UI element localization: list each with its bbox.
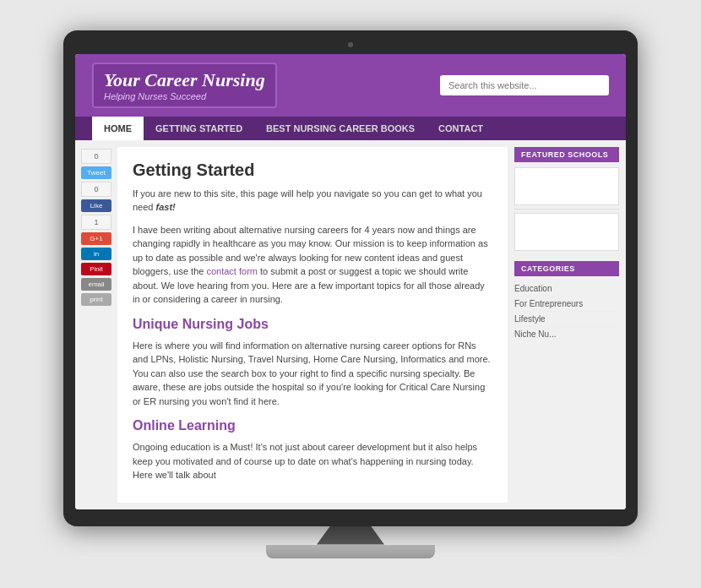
school-box-2 bbox=[514, 213, 619, 251]
nav-books[interactable]: BEST NURSING CAREER BOOKS bbox=[254, 117, 427, 140]
search-input[interactable] bbox=[440, 75, 609, 95]
site-nav: HOME GETTING STARTED BEST NURSING CAREER… bbox=[75, 117, 626, 140]
monitor-screen: Your Career Nursing Helping Nurses Succe… bbox=[75, 54, 626, 509]
featured-schools-title: FEATURED SCHOOLS bbox=[514, 147, 619, 162]
main-content: Getting Started If you are new to this s… bbox=[117, 147, 508, 503]
logo-subtitle: Helping Nurses Succeed bbox=[104, 91, 265, 101]
linkedin-button[interactable]: in bbox=[81, 248, 111, 260]
intro-paragraph-2: I have been writing about alternative nu… bbox=[133, 223, 492, 307]
monitor-camera bbox=[348, 42, 353, 47]
featured-schools-section: FEATURED SCHOOLS bbox=[514, 147, 619, 251]
logo-box: Your Career Nursing Helping Nurses Succe… bbox=[92, 63, 277, 108]
school-box-1 bbox=[514, 167, 619, 205]
section2-text: Ongoing education is a Must! It's not ju… bbox=[133, 440, 492, 482]
logo-title: Your Career Nursing bbox=[104, 69, 265, 91]
nav-home[interactable]: HOME bbox=[92, 117, 144, 140]
scene: Your Career Nursing Helping Nurses Succe… bbox=[55, 30, 646, 558]
cat-entrepreneurs[interactable]: For Entrepreneurs bbox=[514, 297, 619, 312]
intro-fast: fast! bbox=[156, 202, 176, 212]
website: Your Career Nursing Helping Nurses Succe… bbox=[75, 54, 626, 509]
pinterest-button[interactable]: Pinit bbox=[81, 263, 111, 275]
social-sidebar: 0 Tweet 0 Like 1 G+1 in Pinit email prin… bbox=[75, 140, 117, 509]
section1-title: Unique Nursing Jobs bbox=[133, 317, 492, 332]
monitor-bottom-bezel bbox=[75, 509, 626, 518]
section1-text: Here is where you will find information … bbox=[133, 339, 492, 409]
cat-lifestyle[interactable]: Lifestyle bbox=[514, 312, 619, 327]
section2-title: Online Learning bbox=[133, 418, 492, 433]
right-sidebar: FEATURED SCHOOLS CATEGORIES Education Fo… bbox=[508, 140, 626, 509]
gplus-count: 1 bbox=[81, 215, 111, 230]
intro-paragraph-1: If you are new to this site, this page w… bbox=[133, 187, 492, 215]
site-body: 0 Tweet 0 Like 1 G+1 in Pinit email prin… bbox=[75, 140, 626, 509]
email-button[interactable]: email bbox=[81, 278, 111, 291]
tweet-button[interactable]: Tweet bbox=[81, 166, 111, 179]
monitor-stand-neck bbox=[317, 526, 384, 545]
gplus-button[interactable]: G+1 bbox=[81, 232, 111, 245]
like-count: 0 bbox=[81, 182, 111, 197]
site-header: Your Career Nursing Helping Nurses Succe… bbox=[75, 54, 626, 117]
sidebar-divider bbox=[514, 209, 619, 210]
categories-title: CATEGORIES bbox=[514, 261, 619, 276]
cat-education[interactable]: Education bbox=[514, 281, 619, 297]
nav-contact[interactable]: CONTACT bbox=[427, 117, 495, 140]
monitor-stand-base bbox=[266, 545, 435, 558]
nav-getting-started[interactable]: GETTING STARTED bbox=[144, 117, 254, 140]
contact-form-link[interactable]: contact form bbox=[206, 266, 258, 276]
tweet-count: 0 bbox=[81, 149, 111, 164]
like-button[interactable]: Like bbox=[81, 199, 111, 212]
monitor: Your Career Nursing Helping Nurses Succe… bbox=[63, 30, 638, 526]
page-title: Getting Started bbox=[133, 161, 492, 180]
categories-section: CATEGORIES Education For Entrepreneurs L… bbox=[514, 261, 619, 342]
cat-niche[interactable]: Niche Nu... bbox=[514, 327, 619, 342]
print-button[interactable]: print bbox=[81, 293, 111, 306]
